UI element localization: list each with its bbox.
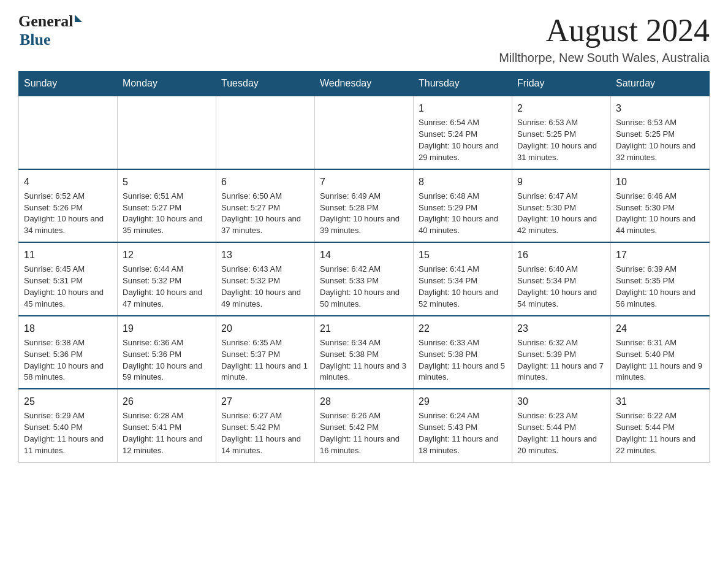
calendar-cell: 12Sunrise: 6:44 AMSunset: 5:32 PMDayligh… <box>118 242 216 316</box>
calendar-cell: 15Sunrise: 6:41 AMSunset: 5:34 PMDayligh… <box>414 242 512 316</box>
day-info: Sunrise: 6:28 AMSunset: 5:41 PMDaylight:… <box>123 410 211 456</box>
day-info: Sunrise: 6:47 AMSunset: 5:30 PMDaylight:… <box>517 191 605 237</box>
day-info: Sunrise: 6:53 AMSunset: 5:25 PMDaylight:… <box>517 117 605 163</box>
day-info: Sunrise: 6:33 AMSunset: 5:38 PMDaylight:… <box>419 337 507 383</box>
day-number: 18 <box>24 321 112 335</box>
calendar-cell: 7Sunrise: 6:49 AMSunset: 5:28 PMDaylight… <box>315 169 414 243</box>
calendar-cell: 10Sunrise: 6:46 AMSunset: 5:30 PMDayligh… <box>611 169 710 243</box>
calendar-cell: 19Sunrise: 6:36 AMSunset: 5:36 PMDayligh… <box>118 316 216 389</box>
calendar-cell <box>216 96 315 169</box>
calendar-title: August 2024 <box>499 12 710 48</box>
day-number: 19 <box>123 321 211 335</box>
calendar-cell: 11Sunrise: 6:45 AMSunset: 5:31 PMDayligh… <box>19 242 118 316</box>
day-info: Sunrise: 6:39 AMSunset: 5:35 PMDaylight:… <box>616 264 704 310</box>
calendar-cell: 30Sunrise: 6:23 AMSunset: 5:44 PMDayligh… <box>512 389 611 462</box>
day-number: 27 <box>221 394 309 408</box>
day-number: 28 <box>320 394 408 408</box>
logo-blue-text: Blue <box>20 31 51 49</box>
day-info: Sunrise: 6:23 AMSunset: 5:44 PMDaylight:… <box>517 410 605 456</box>
day-info: Sunrise: 6:36 AMSunset: 5:36 PMDaylight:… <box>123 337 211 383</box>
day-number: 11 <box>24 248 112 262</box>
day-number: 22 <box>419 321 507 335</box>
col-sunday: Sunday <box>19 72 118 96</box>
page-header: General Blue August 2024 Millthorpe, New… <box>18 12 710 65</box>
week-row-3: 18Sunrise: 6:38 AMSunset: 5:36 PMDayligh… <box>19 316 710 389</box>
calendar-cell: 3Sunrise: 6:53 AMSunset: 5:25 PMDaylight… <box>611 96 710 169</box>
day-number: 26 <box>123 394 211 408</box>
day-number: 7 <box>320 175 408 189</box>
calendar-cell: 16Sunrise: 6:40 AMSunset: 5:34 PMDayligh… <box>512 242 611 316</box>
day-info: Sunrise: 6:29 AMSunset: 5:40 PMDaylight:… <box>24 410 112 456</box>
calendar-cell: 24Sunrise: 6:31 AMSunset: 5:40 PMDayligh… <box>611 316 710 389</box>
day-number: 1 <box>419 101 507 115</box>
day-info: Sunrise: 6:43 AMSunset: 5:32 PMDaylight:… <box>221 264 309 310</box>
calendar-cell <box>118 96 216 169</box>
day-info: Sunrise: 6:40 AMSunset: 5:34 PMDaylight:… <box>517 264 605 310</box>
day-info: Sunrise: 6:49 AMSunset: 5:28 PMDaylight:… <box>320 191 408 237</box>
calendar-cell: 17Sunrise: 6:39 AMSunset: 5:35 PMDayligh… <box>611 242 710 316</box>
col-wednesday: Wednesday <box>315 72 414 96</box>
logo-general-text: General <box>18 12 74 31</box>
calendar-cell: 31Sunrise: 6:22 AMSunset: 5:44 PMDayligh… <box>611 389 710 462</box>
calendar-cell: 2Sunrise: 6:53 AMSunset: 5:25 PMDaylight… <box>512 96 611 169</box>
calendar-cell: 23Sunrise: 6:32 AMSunset: 5:39 PMDayligh… <box>512 316 611 389</box>
day-number: 20 <box>221 321 309 335</box>
day-number: 31 <box>616 394 704 408</box>
day-number: 4 <box>24 175 112 189</box>
calendar-cell: 25Sunrise: 6:29 AMSunset: 5:40 PMDayligh… <box>19 389 118 462</box>
calendar-cell: 28Sunrise: 6:26 AMSunset: 5:42 PMDayligh… <box>315 389 414 462</box>
day-number: 29 <box>419 394 507 408</box>
calendar-cell: 21Sunrise: 6:34 AMSunset: 5:38 PMDayligh… <box>315 316 414 389</box>
calendar-cell: 5Sunrise: 6:51 AMSunset: 5:27 PMDaylight… <box>118 169 216 243</box>
calendar-cell: 26Sunrise: 6:28 AMSunset: 5:41 PMDayligh… <box>118 389 216 462</box>
day-info: Sunrise: 6:44 AMSunset: 5:32 PMDaylight:… <box>123 264 211 310</box>
day-info: Sunrise: 6:26 AMSunset: 5:42 PMDaylight:… <box>320 410 408 456</box>
day-number: 3 <box>616 101 704 115</box>
week-row-0: 1Sunrise: 6:54 AMSunset: 5:24 PMDaylight… <box>19 96 710 169</box>
day-info: Sunrise: 6:32 AMSunset: 5:39 PMDaylight:… <box>517 337 605 383</box>
day-number: 13 <box>221 248 309 262</box>
day-number: 25 <box>24 394 112 408</box>
calendar-cell <box>315 96 414 169</box>
day-info: Sunrise: 6:35 AMSunset: 5:37 PMDaylight:… <box>221 337 309 383</box>
day-info: Sunrise: 6:46 AMSunset: 5:30 PMDaylight:… <box>616 191 704 237</box>
col-friday: Friday <box>512 72 611 96</box>
day-info: Sunrise: 6:34 AMSunset: 5:38 PMDaylight:… <box>320 337 408 383</box>
title-block: August 2024 Millthorpe, New South Wales,… <box>499 12 710 65</box>
logo-arrow-icon <box>75 15 82 22</box>
day-info: Sunrise: 6:24 AMSunset: 5:43 PMDaylight:… <box>419 410 507 456</box>
day-info: Sunrise: 6:38 AMSunset: 5:36 PMDaylight:… <box>24 337 112 383</box>
week-row-1: 4Sunrise: 6:52 AMSunset: 5:26 PMDaylight… <box>19 169 710 243</box>
logo: General Blue <box>18 12 82 49</box>
day-number: 9 <box>517 175 605 189</box>
col-monday: Monday <box>118 72 216 96</box>
day-info: Sunrise: 6:48 AMSunset: 5:29 PMDaylight:… <box>419 191 507 237</box>
calendar-cell: 4Sunrise: 6:52 AMSunset: 5:26 PMDaylight… <box>19 169 118 243</box>
day-number: 16 <box>517 248 605 262</box>
day-info: Sunrise: 6:31 AMSunset: 5:40 PMDaylight:… <box>616 337 704 383</box>
day-number: 5 <box>123 175 211 189</box>
calendar-cell <box>19 96 118 169</box>
day-number: 23 <box>517 321 605 335</box>
day-info: Sunrise: 6:52 AMSunset: 5:26 PMDaylight:… <box>24 191 112 237</box>
col-thursday: Thursday <box>414 72 512 96</box>
calendar-cell: 27Sunrise: 6:27 AMSunset: 5:42 PMDayligh… <box>216 389 315 462</box>
day-info: Sunrise: 6:42 AMSunset: 5:33 PMDaylight:… <box>320 264 408 310</box>
calendar-cell: 6Sunrise: 6:50 AMSunset: 5:27 PMDaylight… <box>216 169 315 243</box>
col-tuesday: Tuesday <box>216 72 315 96</box>
calendar-cell: 8Sunrise: 6:48 AMSunset: 5:29 PMDaylight… <box>414 169 512 243</box>
day-number: 17 <box>616 248 704 262</box>
calendar-cell: 14Sunrise: 6:42 AMSunset: 5:33 PMDayligh… <box>315 242 414 316</box>
calendar-cell: 9Sunrise: 6:47 AMSunset: 5:30 PMDaylight… <box>512 169 611 243</box>
calendar-cell: 20Sunrise: 6:35 AMSunset: 5:37 PMDayligh… <box>216 316 315 389</box>
day-number: 2 <box>517 101 605 115</box>
day-number: 14 <box>320 248 408 262</box>
day-info: Sunrise: 6:54 AMSunset: 5:24 PMDaylight:… <box>419 117 507 163</box>
calendar-cell: 13Sunrise: 6:43 AMSunset: 5:32 PMDayligh… <box>216 242 315 316</box>
calendar-table: Sunday Monday Tuesday Wednesday Thursday… <box>18 71 710 462</box>
day-number: 15 <box>419 248 507 262</box>
day-number: 12 <box>123 248 211 262</box>
calendar-cell: 22Sunrise: 6:33 AMSunset: 5:38 PMDayligh… <box>414 316 512 389</box>
day-number: 8 <box>419 175 507 189</box>
day-info: Sunrise: 6:51 AMSunset: 5:27 PMDaylight:… <box>123 191 211 237</box>
